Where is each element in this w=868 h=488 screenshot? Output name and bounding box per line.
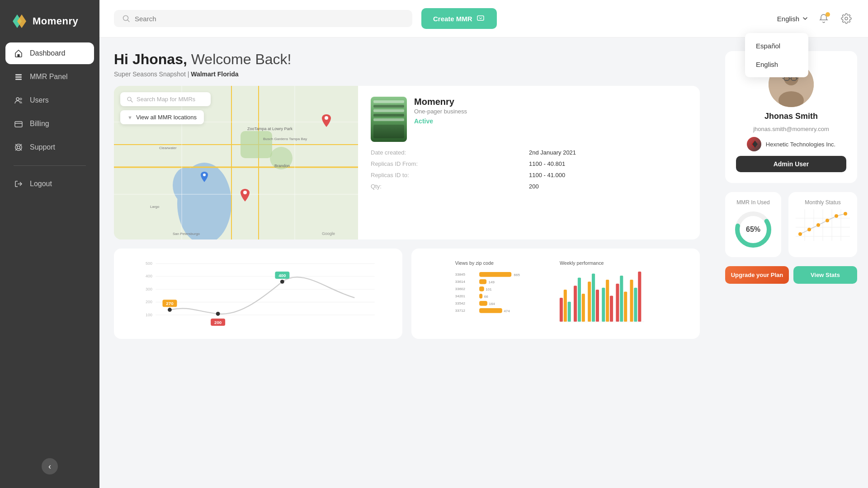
- replicas-to-label: Replicas ID to:: [371, 172, 529, 178]
- monthly-status-card: Monthly Status: [788, 192, 857, 257]
- svg-rect-75: [479, 294, 482, 299]
- svg-text:66: 66: [484, 295, 488, 299]
- svg-text:200: 200: [214, 320, 222, 325]
- svg-text:270: 270: [166, 301, 174, 306]
- map-view-all-label: View all MMR locations: [136, 114, 197, 121]
- svg-line-16: [128, 20, 130, 22]
- collapse-button[interactable]: ‹: [42, 458, 58, 474]
- replicas-to-value: 1100 - 41.000: [529, 172, 687, 178]
- create-mmr-button[interactable]: Create MMR: [421, 8, 497, 29]
- topbar: Create MMR English Español English: [99, 0, 868, 38]
- svg-rect-96: [620, 276, 623, 322]
- svg-point-18: [845, 17, 848, 20]
- bottom-panels: 500 400 300 200 100: [114, 249, 700, 339]
- svg-point-7: [20, 98, 22, 100]
- svg-rect-5: [15, 79, 22, 80]
- sidebar-label-billing: Billing: [30, 120, 49, 128]
- map-view-all[interactable]: ▼ View all MMR locations: [120, 110, 204, 124]
- map-panel: Search Map for MMRs ▼ View all MMR locat…: [114, 86, 700, 239]
- upgrade-plan-button[interactable]: Upgrade your Plan: [725, 266, 789, 284]
- notification-badge: [826, 12, 830, 17]
- mmr-in-used-label: MMR In Used: [736, 199, 769, 206]
- notifications-button[interactable]: [816, 11, 831, 26]
- svg-rect-2: [18, 54, 20, 57]
- company-logo-icon: [750, 140, 759, 149]
- mmr-thumbnail: [371, 97, 407, 142]
- sidebar-label-logout: Logout: [30, 180, 52, 188]
- svg-text:400: 400: [278, 273, 286, 278]
- snapshot-label: Super Seasons Snapshot | Walmart Florida: [114, 70, 700, 78]
- lang-option-espanol[interactable]: Español: [745, 37, 808, 55]
- sidebar-divider: [14, 165, 86, 166]
- svg-point-23: [173, 167, 200, 203]
- search-input[interactable]: [135, 15, 404, 23]
- svg-rect-84: [564, 290, 567, 322]
- map-container: Search Map for MMRs ▼ View all MMR locat…: [114, 86, 358, 239]
- svg-text:33712: 33712: [455, 309, 466, 313]
- svg-point-6: [16, 98, 19, 100]
- sidebar-label-users: Users: [30, 96, 49, 104]
- mmr-details: Date created: 2nd January 2021 Replicas …: [371, 149, 687, 190]
- sidebar-item-support[interactable]: Support: [5, 136, 94, 158]
- user-role-label: Admin User: [774, 160, 809, 168]
- greeting-rest: Welcome Back!: [187, 51, 292, 67]
- svg-rect-85: [568, 302, 571, 322]
- mmr-subtitle: One-pager business: [414, 108, 467, 115]
- upgrade-label: Upgrade your Plan: [731, 272, 783, 278]
- svg-text:33845: 33845: [455, 272, 466, 277]
- language-selector[interactable]: English Español English: [777, 15, 808, 23]
- create-mmr-icon: [476, 14, 485, 23]
- svg-point-126: [835, 214, 838, 218]
- svg-text:33614: 33614: [455, 280, 466, 284]
- user-role-button[interactable]: Admin User: [736, 156, 846, 172]
- home-icon: [14, 48, 24, 58]
- sidebar-label-support: Support: [30, 143, 55, 151]
- users-icon: [14, 95, 24, 105]
- svg-text:Clearwater: Clearwater: [159, 146, 177, 150]
- settings-button[interactable]: [839, 11, 854, 26]
- map-search-box[interactable]: Search Map for MMRs: [120, 92, 211, 106]
- sidebar-item-mmr-panel[interactable]: MMR Panel: [5, 66, 94, 88]
- svg-rect-78: [479, 301, 487, 306]
- support-icon: [14, 142, 24, 152]
- sidebar-item-users[interactable]: Users: [5, 89, 94, 111]
- language-current: English: [777, 15, 799, 23]
- right-sidebar: Jhonas Smith jhonas.smith@momenry.com He…: [714, 38, 868, 488]
- svg-rect-91: [596, 290, 599, 322]
- user-name: Jhonas Smith: [764, 112, 818, 121]
- svg-text:34201: 34201: [455, 294, 466, 298]
- user-company: Hexnetic Technologies Inc.: [747, 137, 835, 151]
- svg-text:149: 149: [489, 280, 495, 284]
- svg-rect-94: [610, 296, 613, 322]
- svg-text:Views by zip code: Views by zip code: [455, 260, 494, 266]
- svg-point-56: [280, 280, 284, 284]
- chevron-down-icon: [802, 15, 808, 22]
- line-chart-svg: 500 400 300 200 100: [123, 258, 393, 330]
- sidebar-item-logout[interactable]: Logout: [5, 173, 94, 195]
- app-name: Momenry: [33, 15, 78, 27]
- svg-rect-72: [479, 286, 484, 291]
- search-box: [114, 10, 412, 27]
- sidebar-item-dashboard[interactable]: Dashboard: [5, 42, 94, 64]
- sidebar-item-billing[interactable]: Billing: [5, 113, 94, 135]
- svg-text:200: 200: [146, 300, 152, 304]
- svg-rect-100: [638, 272, 641, 322]
- stats-label: View Stats: [811, 272, 840, 278]
- svg-rect-8: [15, 122, 22, 127]
- svg-point-122: [798, 232, 802, 236]
- layers-icon: [14, 72, 24, 82]
- svg-line-20: [131, 100, 133, 102]
- lang-option-english[interactable]: English: [745, 55, 808, 74]
- svg-point-125: [826, 219, 829, 222]
- map-search-placeholder: Search Map for MMRs: [137, 96, 195, 103]
- monthly-status-label: Monthly Status: [805, 199, 840, 206]
- svg-text:400: 400: [146, 274, 152, 278]
- content: Hi Jhonas, Welcome Back! Super Seasons S…: [99, 38, 868, 488]
- svg-rect-98: [630, 280, 633, 322]
- main-area: Create MMR English Español English: [99, 0, 868, 488]
- map-svg: ZooTampa at Lowry Park Brandon San Peter…: [114, 86, 358, 239]
- logout-icon: [14, 179, 24, 189]
- svg-point-36: [203, 174, 206, 176]
- svg-text:100: 100: [146, 313, 152, 317]
- view-stats-button[interactable]: View Stats: [793, 266, 857, 284]
